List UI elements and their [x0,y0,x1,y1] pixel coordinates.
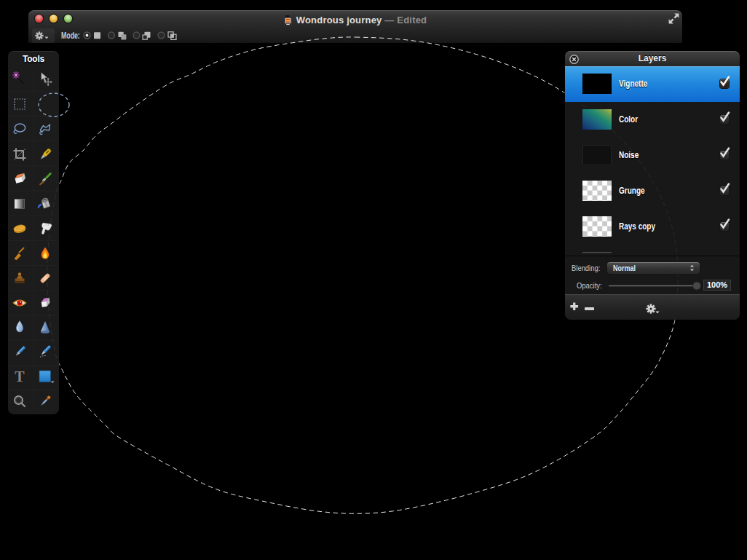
svg-text:T: T [15,368,25,384]
